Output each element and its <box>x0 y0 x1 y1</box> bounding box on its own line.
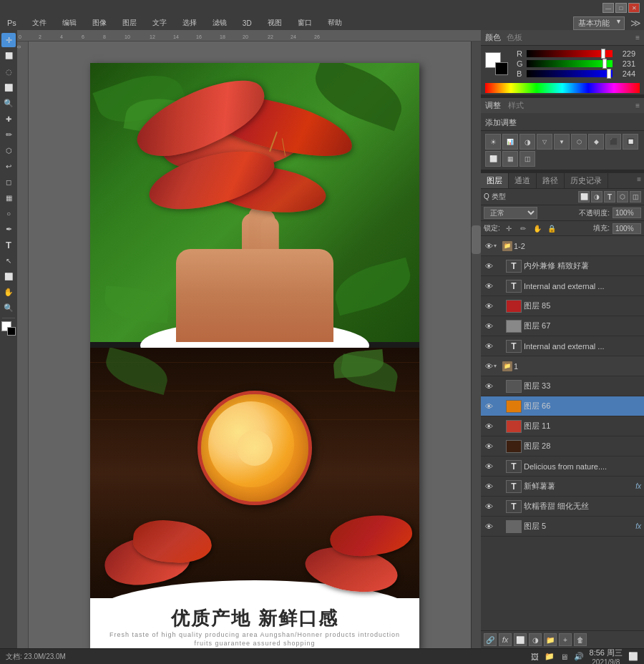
brush-tool[interactable]: ✏ <box>1 127 16 142</box>
move-tool[interactable]: ✛ <box>1 33 16 47</box>
posterize-icon[interactable]: 🔲 <box>623 134 638 150</box>
add-fx-button[interactable]: fx <box>499 633 512 646</box>
tab-history[interactable]: 历史记录 <box>565 173 608 188</box>
layer-item[interactable]: 👁 T Internal and external ... <box>481 276 644 296</box>
taskbar-folder-icon[interactable]: 📁 <box>545 652 555 661</box>
layer-expand-arrow[interactable]: ▾ <box>494 243 501 249</box>
threshold-icon[interactable]: ⬜ <box>485 151 501 167</box>
menu-ps[interactable]: Ps <box>3 19 21 27</box>
menu-edit[interactable]: 编辑 <box>58 18 81 28</box>
workspace-selector[interactable]: 基本功能 ▼ <box>573 16 625 30</box>
add-mask-button[interactable]: ⬜ <box>514 633 527 646</box>
r-slider[interactable] <box>527 50 613 57</box>
layer-expand-arrow[interactable]: ▾ <box>494 363 501 369</box>
photo-filter-icon[interactable]: ◆ <box>588 134 604 150</box>
filter-adjust-icon[interactable]: ◑ <box>591 191 602 202</box>
heal-tool[interactable]: ✚ <box>1 112 16 126</box>
menu-3d[interactable]: 3D <box>238 19 256 27</box>
hand-tool[interactable]: ✋ <box>1 285 16 299</box>
layer-item[interactable]: 👁 ▾ 📁 1-2 <box>481 236 644 256</box>
scroll-thumb-vertical[interactable] <box>472 225 481 254</box>
layer-item[interactable]: 👁 T Internal and external ... <box>481 336 644 356</box>
opacity-value[interactable]: 100% <box>613 208 641 218</box>
add-group-button[interactable]: 📁 <box>544 633 557 646</box>
eyedropper-tool[interactable]: 🔍 <box>1 96 16 110</box>
layer-item[interactable]: 👁 图层 67 <box>481 316 644 336</box>
path-select[interactable]: ↖ <box>1 253 16 268</box>
canvas-right-scrollbar[interactable] <box>471 42 481 654</box>
tab-layers[interactable]: 图层 <box>481 173 509 188</box>
add-layer-button[interactable]: + <box>559 633 572 646</box>
crop-tool[interactable]: ⬜ <box>1 80 16 94</box>
pen-tool[interactable]: ✒ <box>1 222 16 236</box>
g-slider[interactable] <box>527 60 613 67</box>
menu-image[interactable]: 图像 <box>88 18 111 28</box>
layer-visibility-eye[interactable]: 👁 <box>484 321 494 331</box>
maximize-button[interactable]: □ <box>615 3 627 13</box>
dodge-tool[interactable]: ○ <box>1 206 16 220</box>
layer-visibility-eye[interactable]: 👁 <box>484 482 494 492</box>
menu-view[interactable]: 视图 <box>263 18 286 28</box>
filter-smart-icon[interactable]: ◫ <box>630 191 641 202</box>
shape-tool[interactable]: ⬜ <box>1 269 16 283</box>
lasso-tool[interactable]: ◌ <box>1 64 16 79</box>
menu-help[interactable]: 帮助 <box>323 18 346 28</box>
minimize-button[interactable]: — <box>602 3 614 13</box>
lock-move-icon[interactable]: ✋ <box>532 223 543 234</box>
eraser-tool[interactable]: ◻ <box>1 175 16 189</box>
adjustment-tab[interactable]: 调整 <box>485 100 501 111</box>
layer-item[interactable]: 👁 T 新鲜薯薯 fx <box>481 477 644 497</box>
levels-icon[interactable]: ◑ <box>519 134 535 150</box>
text-tool[interactable]: T <box>1 238 16 252</box>
gradient-tool[interactable]: ▦ <box>1 190 16 205</box>
layer-visibility-eye[interactable]: 👁 <box>484 361 494 371</box>
filter-pixel-icon[interactable]: ⬜ <box>578 191 590 202</box>
tab-channels[interactable]: 通道 <box>509 173 537 188</box>
layer-item[interactable]: 👁 T 内外兼修 精致好薯 <box>481 256 644 276</box>
add-adjustment-button[interactable]: ◑ <box>529 633 542 646</box>
menu-filter[interactable]: 滤镜 <box>208 18 231 28</box>
lock-all-icon[interactable]: 🔒 <box>546 223 557 234</box>
color-tab-swatches[interactable]: 色板 <box>507 32 522 43</box>
brightness-icon[interactable]: ☀ <box>485 134 501 150</box>
menu-select[interactable]: 选择 <box>178 18 201 28</box>
add-link-icon[interactable]: 🔗 <box>484 633 497 646</box>
clone-tool[interactable]: ⬡ <box>1 143 16 157</box>
layer-visibility-eye[interactable]: 👁 <box>484 462 494 472</box>
history-brush[interactable]: ↩ <box>1 159 16 173</box>
filter-shape-icon[interactable]: ⬡ <box>617 191 628 202</box>
layer-visibility-eye[interactable]: 👁 <box>484 441 494 451</box>
b-slider[interactable] <box>527 70 613 77</box>
layer-item[interactable]: 👁 图层 33 <box>481 376 644 396</box>
color-swatches[interactable] <box>485 52 508 75</box>
layer-visibility-eye[interactable]: 👁 <box>484 301 494 311</box>
layer-item[interactable]: 👁 图层 28 <box>481 436 644 456</box>
adj-panel-menu[interactable]: ≡ <box>635 102 640 109</box>
adjustment-panel-header[interactable]: 调整 样式 ≡ <box>481 98 644 113</box>
layer-visibility-eye[interactable]: 👁 <box>484 261 494 271</box>
color-panel-menu[interactable]: ≡ <box>635 34 640 42</box>
spectrum-bar[interactable] <box>485 83 640 93</box>
layer-visibility-eye[interactable]: 👁 <box>484 281 494 291</box>
color-balance-icon[interactable]: ⬡ <box>571 134 587 150</box>
color-panel-header[interactable]: 颜色 色板 ≡ <box>481 30 644 46</box>
menu-type[interactable]: 文字 <box>148 18 171 28</box>
layer-visibility-eye[interactable]: 👁 <box>484 522 494 532</box>
layer-item-active[interactable]: 👁 图层 66 <box>481 396 644 416</box>
layer-visibility-eye[interactable]: 👁 <box>484 502 494 512</box>
layer-item[interactable]: 👁 T 软糯香甜 细化无丝 <box>481 497 644 517</box>
layer-visibility-eye[interactable]: 👁 <box>484 381 494 391</box>
layer-item[interactable]: 👁 ▾ 📁 1 <box>481 356 644 376</box>
selection-tool[interactable]: ⬜ <box>1 49 16 63</box>
foreground-color[interactable] <box>1 321 16 336</box>
taskbar-speaker-icon[interactable]: 🔊 <box>574 652 584 661</box>
layer-item[interactable]: 👁 图层 85 <box>481 296 644 316</box>
layer-item[interactable]: 👁 图层 11 <box>481 416 644 436</box>
notifications-icon[interactable]: ⬜ <box>628 652 638 661</box>
style-tab[interactable]: 样式 <box>508 100 524 111</box>
layer-visibility-eye[interactable]: 👁 <box>484 421 494 431</box>
lock-pixel-icon[interactable]: ✏ <box>517 223 529 234</box>
channel-mixer-icon[interactable]: ◫ <box>519 151 535 167</box>
blend-mode-select[interactable]: 正常 溶解 正片叠底 <box>484 207 537 219</box>
layer-item[interactable]: 👁 图层 5 fx <box>481 517 644 537</box>
